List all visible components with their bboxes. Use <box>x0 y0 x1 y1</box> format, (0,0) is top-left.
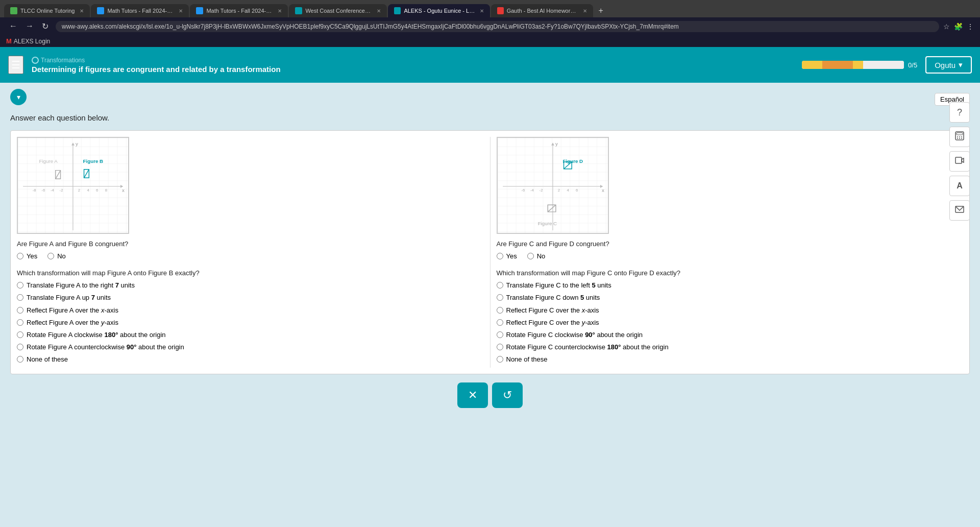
progress-container: 0/5 <box>802 61 917 69</box>
video-icon <box>954 155 965 168</box>
svg-text:-4: -4 <box>51 188 55 193</box>
new-tab-button[interactable]: + <box>594 4 607 17</box>
q1-option-4[interactable]: Rotate Figure A clockwise 180° about the… <box>17 330 484 340</box>
browser-chrome: TLCC Online Tutoring ✕ Math Tutors - Fal… <box>0 0 980 47</box>
url-input[interactable]: www-awy.aleks.com/alekscgi/x/lsl.exe/1o_… <box>56 21 939 32</box>
tab-2[interactable]: Math Tutors - Fall 2024-25 Te... ✕ <box>91 4 189 17</box>
question-panel-2: x y -2 -4 -6 2 4 6 Figure D Figure C <box>497 137 964 368</box>
q1-option-2[interactable]: Reflect Figure A over the x-axis <box>17 306 484 315</box>
header-right: 0/5 Ogutu ▾ <box>802 56 972 74</box>
svg-text:-6: -6 <box>41 188 45 193</box>
q1-congruent-text: Are Figure A and Figure B congruent? <box>17 240 484 248</box>
svg-text:y: y <box>555 141 557 147</box>
q2-yes-option[interactable]: Yes <box>497 252 517 261</box>
q2-transformation-text: Which transformation will map Figure C o… <box>497 269 964 277</box>
panel-divider <box>490 137 491 368</box>
video-tool[interactable] <box>949 151 970 172</box>
bookmark-icon[interactable]: ☆ <box>943 22 950 31</box>
svg-text:-2: -2 <box>539 188 543 193</box>
questions-container: x y -2 -4 -6 -8 2 4 6 8 Figure A <box>10 130 970 374</box>
bookmark-bar: M ALEXS Login <box>0 35 980 47</box>
q1-no-label: No <box>57 252 66 261</box>
profile-icon[interactable]: ⋮ <box>967 22 974 31</box>
mail-icon <box>954 204 965 217</box>
main-wrapper: ▾ Español Answer each question below. <box>0 83 980 527</box>
svg-point-45 <box>959 136 960 137</box>
q1-yes-option[interactable]: Yes <box>17 252 37 261</box>
svg-text:-2: -2 <box>60 188 63 193</box>
breadcrumb: Transformations <box>32 57 794 64</box>
svg-text:2: 2 <box>78 188 80 193</box>
help-tool[interactable]: ? <box>949 102 970 123</box>
q2-option-3[interactable]: Reflect Figure C over the y-axis <box>497 318 964 327</box>
q2-option-2[interactable]: Reflect Figure C over the x-axis <box>497 306 964 315</box>
calculator-icon <box>954 131 965 143</box>
svg-text:Figure A: Figure A <box>39 158 58 164</box>
svg-text:2: 2 <box>557 188 559 193</box>
q2-option-4[interactable]: Rotate Figure C clockwise 90° about the … <box>497 330 964 340</box>
text-tool[interactable]: A <box>949 176 970 196</box>
text-icon: A <box>957 181 963 190</box>
q1-transformation-text: Which transformation will map Figure A o… <box>17 269 484 277</box>
address-bar: ← → ↻ www-awy.aleks.com/alekscgi/x/lsl.e… <box>0 17 980 35</box>
q2-option-1[interactable]: Translate Figure C down 5 units <box>497 293 964 302</box>
q2-option-0[interactable]: Translate Figure C to the left 5 units <box>497 281 964 290</box>
refresh-button[interactable]: ↻ <box>39 20 52 32</box>
q1-option-1[interactable]: Translate Figure A up 7 units <box>17 293 484 302</box>
mail-tool[interactable] <box>949 200 970 221</box>
svg-text:Figure D: Figure D <box>562 158 583 164</box>
tab-5-aleks[interactable]: ALEKS - Ogutu Eunice - Learn ✕ <box>388 4 490 17</box>
svg-point-47 <box>957 138 958 139</box>
svg-point-49 <box>961 138 962 139</box>
svg-text:Figure B: Figure B <box>83 158 104 164</box>
extension-icon[interactable]: 🧩 <box>954 22 963 31</box>
breadcrumb-icon <box>32 57 39 64</box>
svg-point-44 <box>957 136 958 137</box>
q2-congruent-text: Are Figure C and Figure D congruent? <box>497 240 964 248</box>
chevron-down-icon: ▾ <box>959 60 963 69</box>
instruction-text: Answer each question below. <box>10 113 970 122</box>
content-area: ▾ Español Answer each question below. <box>0 83 980 527</box>
svg-point-48 <box>959 138 960 139</box>
tab-bar: TLCC Online Tutoring ✕ Math Tutors - Fal… <box>0 0 980 17</box>
calculator-tool[interactable] <box>949 127 970 147</box>
user-menu-button[interactable]: Ogutu ▾ <box>925 56 972 74</box>
q2-no-option[interactable]: No <box>527 252 546 261</box>
svg-text:-4: -4 <box>530 188 534 193</box>
back-button[interactable]: ← <box>6 20 20 32</box>
menu-button[interactable]: ☰ <box>8 56 23 74</box>
svg-text:6: 6 <box>576 188 578 193</box>
svg-rect-43 <box>957 133 963 135</box>
svg-text:4: 4 <box>567 188 569 193</box>
app-header: ☰ Transformations Determining if figures… <box>0 47 980 83</box>
q1-option-6[interactable]: None of these <box>17 355 484 364</box>
svg-text:x: x <box>601 187 604 193</box>
graph-cd: x y -2 -4 -6 2 4 6 Figure D Figure C <box>497 137 609 234</box>
tab-1[interactable]: TLCC Online Tutoring ✕ <box>4 4 90 17</box>
graph-ab: x y -2 -4 -6 -8 2 4 6 8 Figure A <box>17 137 129 234</box>
tab-3[interactable]: Math Tutors - Fall 2024-25 Te... ✕ <box>190 4 288 17</box>
progress-bar <box>802 61 904 69</box>
svg-text:4: 4 <box>87 188 89 193</box>
tab-4[interactable]: West Coast Conference Y... ✕ <box>289 4 387 17</box>
q1-option-0[interactable]: Translate Figure A to the right 7 units <box>17 281 484 290</box>
tab-6[interactable]: Gauth - Best AI Homework Hel... ✕ <box>491 4 593 17</box>
undo-button[interactable]: ↺ <box>492 382 523 408</box>
chevron-down-icon: ▾ <box>17 93 20 101</box>
svg-text:x: x <box>122 187 125 193</box>
q1-option-3[interactable]: Reflect Figure A over the y-axis <box>17 318 484 327</box>
svg-point-46 <box>961 136 962 137</box>
q1-no-option[interactable]: No <box>47 252 66 261</box>
side-tools: ? <box>949 102 970 221</box>
svg-rect-50 <box>955 157 962 163</box>
q2-option-6[interactable]: None of these <box>497 355 964 364</box>
q2-option-5[interactable]: Rotate Figure C counterclockwise 180° ab… <box>497 343 964 352</box>
question-mark-icon: ? <box>957 107 962 118</box>
svg-marker-51 <box>962 158 964 162</box>
q2-yes-label: Yes <box>506 252 517 261</box>
clear-button[interactable]: ✕ <box>457 382 488 408</box>
q1-option-5[interactable]: Rotate Figure A counterclockwise 90° abo… <box>17 343 484 352</box>
bookmark-alexs[interactable]: M ALEXS Login <box>6 37 50 45</box>
collapse-button[interactable]: ▾ <box>10 89 27 105</box>
forward-button[interactable]: → <box>22 20 37 32</box>
